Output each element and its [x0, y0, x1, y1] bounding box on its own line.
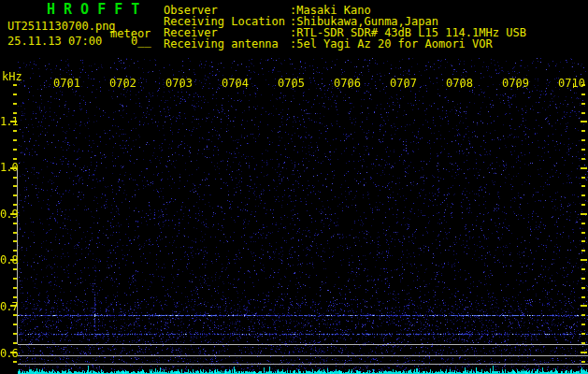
y-tick-label: 0.8: [0, 254, 18, 266]
echo-counter-label: 0__: [131, 36, 151, 47]
antenna-label: Receiving antenna: [164, 38, 279, 50]
time-tick-label: 0710: [558, 78, 585, 89]
time-tick-label: 0702: [109, 78, 136, 89]
time-tick-label: 0707: [390, 78, 417, 89]
time-tick-label: 0705: [278, 78, 305, 89]
y-tick-label: 0.9: [0, 209, 18, 220]
y-axis-unit-label: kHz: [2, 71, 22, 82]
antenna-value: :5el Yagi Az 20 for Aomori VOR: [290, 38, 493, 50]
hrofft-screen: H R O F F T UT2511130700.png meteor 25.1…: [0, 0, 588, 374]
y-tick-label: 0.6: [0, 348, 18, 359]
time-tick-label: 0703: [165, 78, 193, 89]
spectrogram-canvas: [0, 56, 588, 374]
filename-label: UT2511130700.png: [7, 21, 116, 32]
time-tick-label: 0709: [502, 78, 529, 89]
y-tick-label: 1.0: [0, 162, 18, 173]
time-tick-label: 0704: [222, 78, 249, 89]
y-tick-label: 0.7: [0, 301, 18, 312]
time-tick-label: 0701: [53, 78, 80, 89]
datetime-label: 25.11.13 07:00: [7, 36, 102, 47]
time-tick-label: 0706: [334, 78, 361, 89]
time-tick-label: 0708: [446, 78, 473, 89]
app-title: H R O F F T: [47, 3, 139, 17]
y-tick-label: 1.1: [0, 116, 18, 127]
